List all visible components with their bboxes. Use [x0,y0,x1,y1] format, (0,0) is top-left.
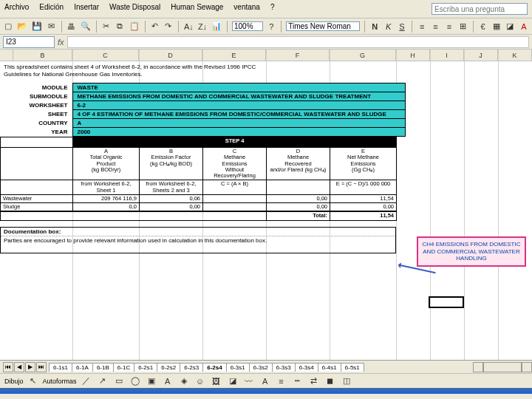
tab-first-icon[interactable]: ⏮ [3,362,13,372]
help-search-input[interactable] [432,3,528,15]
fill-color-icon[interactable]: ◪ [505,20,515,33]
tab-6-1s1[interactable]: 6-1s1 [49,363,72,372]
merge-icon[interactable]: ⊞ [457,20,468,33]
redo-icon[interactable]: ↷ [163,20,174,33]
rect-icon[interactable]: ▭ [112,375,126,388]
line-icon[interactable]: ／ [80,375,93,388]
scroll-track[interactable] [483,362,522,372]
save-icon[interactable]: 💾 [31,20,43,33]
italic-icon[interactable]: K [383,20,393,33]
align-center-icon[interactable]: ≡ [430,20,440,33]
tab-6-2s4[interactable]: 6-2s4 [202,363,226,372]
tab-6-2s2[interactable]: 6-2s2 [157,363,180,372]
cell-sl-A[interactable]: 0,0 [73,203,140,212]
name-box[interactable] [3,36,55,48]
autoformas-menu[interactable]: Autoformas [43,378,77,385]
cell-sl-C[interactable] [203,203,267,212]
oval-icon[interactable]: ◯ [129,375,142,388]
new-icon[interactable]: ▢ [3,20,13,33]
arrow-tool-icon[interactable]: ↗ [96,375,109,388]
wordart-icon[interactable]: A [161,375,174,388]
align-right-icon[interactable]: ≡ [444,20,454,33]
cell-ww-E[interactable]: 11,54 [330,194,397,202]
tab-6-5s1[interactable]: 6-5s1 [341,363,364,372]
value-submodule[interactable]: METHANE EMISSIONS FROM DOMESTIC AND COMM… [72,92,405,101]
print-icon[interactable]: 🖶 [66,20,77,33]
align-left-icon[interactable]: ≡ [417,20,427,33]
fill-icon[interactable]: ◪ [226,375,239,388]
cut-icon[interactable]: ✂ [101,20,112,33]
col-G[interactable]: G [330,50,396,61]
tab-6-4s1[interactable]: 6-4s1 [318,363,341,372]
tab-6-3s1[interactable]: 6-3s1 [226,363,250,372]
sort-asc-icon[interactable]: A↓ [183,20,194,33]
col-B[interactable]: B [13,50,72,61]
cell-sl-B[interactable]: 0,00 [140,203,203,212]
tab-6-2s1[interactable]: 6-2s1 [134,363,157,372]
col-D[interactable]: D [139,50,202,61]
formula-input[interactable] [67,36,529,48]
menu-archivo[interactable]: Archivo [4,3,29,15]
tab-6-1A[interactable]: 6-1A [72,363,93,372]
open-icon[interactable]: 📂 [16,20,28,33]
value-country[interactable]: A [72,119,405,128]
value-year[interactable]: 2000 [72,128,405,137]
select-icon[interactable]: ↖ [27,375,40,388]
col-F[interactable]: F [266,50,330,61]
shadow-icon[interactable]: ◼ [324,375,337,388]
preview-icon[interactable]: 🔍 [80,20,92,33]
tab-6-3s2[interactable]: 6-3s2 [249,363,273,372]
draw-menu[interactable]: Dibujo [4,378,24,385]
cell-ww-B[interactable]: 0,06 [140,194,203,202]
tab-6-2s3[interactable]: 6-2s3 [180,363,203,372]
currency-icon[interactable]: € [477,20,488,33]
tab-next-icon[interactable]: ▶ [25,362,35,372]
menu-ventana[interactable]: ventana [233,3,260,15]
cell-ww-D[interactable]: 0,00 [267,194,330,202]
tab-6-1C[interactable]: 6-1C [113,363,134,372]
underline-icon[interactable]: S [397,20,407,33]
rowhead-wastewater[interactable]: Wastewater [1,194,73,202]
copy-icon[interactable]: ⧉ [115,20,125,33]
clipart-icon[interactable]: ☺ [194,375,207,388]
col-rowhead[interactable] [0,50,13,61]
bold-icon[interactable]: N [369,20,380,33]
tab-6-1B[interactable]: 6-1B [92,363,114,372]
chart-icon[interactable]: 📊 [211,20,222,33]
docbox-text[interactable]: Parties are encouraged to provide releva… [1,236,395,253]
scroll-right-icon[interactable] [522,362,532,372]
scroll-left-icon[interactable] [473,362,483,372]
col-C[interactable]: C [72,50,139,61]
total-value[interactable]: 11,54 [330,211,397,220]
tab-last-icon[interactable]: ⏭ [36,362,47,372]
col-E[interactable]: E [202,50,266,61]
rowhead-sludge[interactable]: Sludge [1,203,73,212]
picture-icon[interactable]: 🖼 [210,375,223,388]
menu-edicion[interactable]: Edición [39,3,64,15]
tab-6-3s3[interactable]: 6-3s3 [272,363,296,372]
line-style-icon[interactable]: ≡ [275,375,288,388]
line-color-icon[interactable]: 〰 [242,375,256,388]
tab-prev-icon[interactable]: ◀ [14,362,24,372]
paste-icon[interactable]: 📋 [129,20,140,33]
hscroll[interactable] [473,362,532,372]
col-K[interactable]: K [498,50,532,61]
font-color-icon[interactable]: A [519,20,529,33]
help-icon[interactable]: ? [266,20,276,33]
cell-ww-C[interactable] [203,194,267,202]
menu-waste[interactable]: Waste Disposal [109,3,160,15]
col-H[interactable]: H [396,50,430,61]
zoom-select[interactable] [232,21,263,31]
arrow-style-icon[interactable]: ⇄ [307,375,321,388]
menu-sewage[interactable]: Human Sewage [171,3,223,15]
menu-help[interactable]: ? [270,3,275,15]
col-I[interactable]: I [430,50,464,61]
tab-6-3s4[interactable]: 6-3s4 [295,363,318,372]
cell-ww-A[interactable]: 209 764 116,9 [73,194,140,202]
diagram-icon[interactable]: ◈ [177,375,191,388]
sort-desc-icon[interactable]: Z↓ [197,20,208,33]
value-sheet[interactable]: 4 OF 4 ESTIMATION OF METHANE EMISSIONS F… [72,110,405,119]
dash-icon[interactable]: ┅ [291,375,304,388]
borders-icon[interactable]: ▦ [491,20,502,33]
value-worksheet[interactable]: 6-2 [72,101,405,110]
